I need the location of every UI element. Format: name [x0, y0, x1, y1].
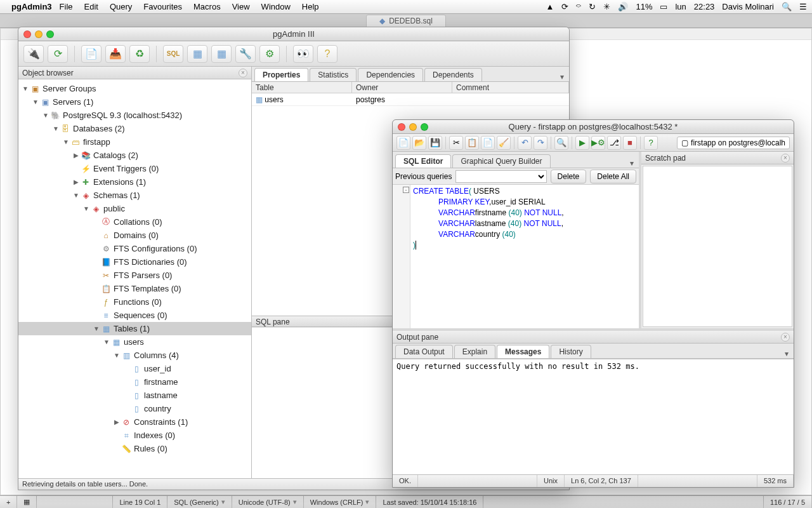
find-button[interactable]: 🔍	[554, 136, 568, 150]
tree-public[interactable]: public	[103, 204, 125, 213]
tree-ftstpl[interactable]: FTS Templates (0)	[114, 284, 181, 293]
new-button[interactable]: 📄	[396, 136, 410, 150]
tree-databases[interactable]: Databases (2)	[73, 124, 125, 133]
tree-postgresql[interactable]: PostgreSQL 9.3 (localhost:5432)	[63, 110, 182, 120]
tab-explain[interactable]: Explain	[454, 345, 495, 358]
tab-history[interactable]: History	[551, 345, 591, 358]
connection-selector[interactable]: ▢ firstapp on postgres@localh	[677, 137, 790, 149]
execute-button[interactable]: ▶	[575, 136, 589, 150]
properties-button[interactable]: 📄	[81, 45, 102, 63]
menu-view[interactable]: View	[232, 2, 250, 11]
clear-button[interactable]: 🧹	[497, 136, 511, 150]
battery-icon[interactable]: ▭	[660, 2, 667, 11]
scratch-pad[interactable]	[643, 166, 792, 327]
pgadmin-titlebar[interactable]: pgAdmin III	[18, 27, 569, 41]
tree-col-firstname[interactable]: firstname	[144, 377, 178, 387]
guru-button[interactable]: 👀	[293, 45, 313, 63]
tree-schemas[interactable]: Schemas (1)	[93, 190, 140, 200]
menu-edit[interactable]: Edit	[84, 2, 98, 11]
clock-time[interactable]: 22:23	[694, 2, 715, 11]
tree-domains[interactable]: Domains (0)	[114, 231, 159, 240]
sync-icon[interactable]: ⟳	[561, 2, 568, 11]
panel-close-icon[interactable]: ×	[239, 69, 247, 77]
execute-button[interactable]: ⚙	[259, 45, 280, 63]
window-close-button[interactable]	[398, 123, 405, 131]
tab-dependencies[interactable]: Dependencies	[358, 68, 423, 81]
window-minimize-button[interactable]	[409, 123, 417, 131]
tree-ftsconf[interactable]: FTS Configurations (0)	[114, 244, 197, 253]
gdrive-icon[interactable]: ▲	[546, 2, 554, 11]
spotlight-icon[interactable]: 🔍	[782, 2, 792, 11]
help-button[interactable]: ?	[317, 45, 337, 63]
fold-toggle-icon[interactable]: -	[403, 187, 409, 193]
open-button[interactable]: 📂	[412, 136, 426, 150]
tree-collations[interactable]: Collations (0)	[114, 217, 162, 227]
tree-col-country[interactable]: country	[144, 404, 171, 413]
timemachine-icon[interactable]: ↻	[589, 2, 596, 11]
status-panel-icon[interactable]: ▦	[17, 496, 37, 508]
window-close-button[interactable]	[23, 30, 31, 38]
col-table[interactable]: Table	[252, 82, 352, 93]
panel-close-icon[interactable]: ×	[781, 333, 790, 342]
view-data-button[interactable]: ▦	[187, 45, 207, 63]
clock-day[interactable]: lun	[675, 2, 686, 11]
status-language[interactable]: SQL (Generic)	[167, 496, 232, 508]
tree-columns[interactable]: Columns (4)	[134, 351, 179, 360]
tree-event-triggers[interactable]: Event Triggers (0)	[93, 164, 159, 173]
tree-extensions[interactable]: Extensions (1)	[93, 177, 146, 187]
undo-button[interactable]: ↶	[518, 136, 532, 150]
table-row[interactable]: ▦ users postgres	[252, 93, 569, 106]
tree-catalogs[interactable]: Catalogs (2)	[93, 150, 138, 160]
explain-button[interactable]: ⎇	[607, 136, 621, 150]
tab-graphical-builder[interactable]: Graphical Query Builder	[452, 154, 550, 168]
redo-button[interactable]: ↷	[534, 136, 547, 150]
status-add[interactable]: +	[0, 496, 17, 508]
tree-constraints[interactable]: Constraints (1)	[134, 417, 188, 427]
tabs-chevron-icon[interactable]: ▾	[555, 72, 569, 81]
refresh-button[interactable]: ⟳	[48, 45, 68, 63]
sql-button[interactable]: SQL	[163, 45, 183, 63]
copy-button[interactable]: 📋	[465, 136, 479, 150]
cut-button[interactable]: ✂	[449, 136, 463, 150]
tree-col-lastname[interactable]: lastname	[144, 391, 178, 400]
tab-data-output[interactable]: Data Output	[395, 345, 453, 358]
bluetooth-icon[interactable]: ✳	[603, 2, 610, 11]
sql-editor[interactable]: - CREATE TABLE( USERS PRIMARY KEY,user_i…	[393, 185, 639, 328]
query-titlebar[interactable]: Query - firstapp on postgres@localhost:5…	[393, 120, 794, 134]
save-button[interactable]: 💾	[428, 136, 442, 150]
menu-macros[interactable]: Macros	[193, 2, 221, 11]
tree-table-users[interactable]: users	[124, 337, 144, 347]
status-eol[interactable]: Windows (CRLF)	[304, 496, 377, 508]
menu-favourites[interactable]: Favourites	[143, 2, 182, 11]
execute-pgscript-button[interactable]: ▶⚙	[591, 136, 605, 150]
maintenance-button[interactable]: 🔧	[235, 45, 256, 63]
tree-firstapp[interactable]: firstapp	[83, 137, 110, 147]
background-editor-tab[interactable]: ◆ DEDEDB.sql	[366, 15, 446, 27]
tab-sql-editor[interactable]: SQL Editor	[395, 154, 451, 168]
menu-file[interactable]: File	[60, 2, 73, 11]
help-button[interactable]: ?	[644, 136, 658, 150]
cancel-button[interactable]: ■	[623, 136, 637, 150]
object-tree[interactable]: ▼▣Server Groups ▼▣Servers (1) ▼🐘PostgreS…	[18, 79, 251, 478]
menu-window[interactable]: Window	[261, 2, 291, 11]
tree-tables[interactable]: Tables (1)	[114, 324, 150, 333]
output-messages[interactable]: Query returned successfully with no resu…	[393, 359, 794, 474]
delete-all-button[interactable]: Delete All	[590, 170, 636, 184]
tree-rules[interactable]: Rules (0)	[134, 444, 167, 453]
battery-percent[interactable]: 11%	[636, 2, 652, 11]
tab-messages[interactable]: Messages	[497, 345, 549, 358]
previous-queries-select[interactable]	[455, 170, 546, 183]
user-name[interactable]: Davis Molinari	[722, 2, 774, 11]
tree-server-groups[interactable]: Server Groups	[43, 84, 96, 93]
tree-ftsdict[interactable]: FTS Dictionaries (0)	[114, 257, 187, 267]
create-button[interactable]: 📥	[105, 45, 126, 63]
tab-dependents[interactable]: Dependents	[424, 68, 482, 81]
tab-properties[interactable]: Properties	[254, 68, 308, 81]
paste-button[interactable]: 📄	[481, 136, 495, 150]
col-owner[interactable]: Owner	[352, 82, 452, 93]
connect-button[interactable]: 🔌	[23, 45, 44, 63]
wifi-icon[interactable]: ⌔	[576, 2, 581, 11]
volume-icon[interactable]: 🔊	[618, 2, 628, 11]
drop-button[interactable]: ♻	[129, 45, 150, 63]
tab-statistics[interactable]: Statistics	[310, 68, 357, 81]
